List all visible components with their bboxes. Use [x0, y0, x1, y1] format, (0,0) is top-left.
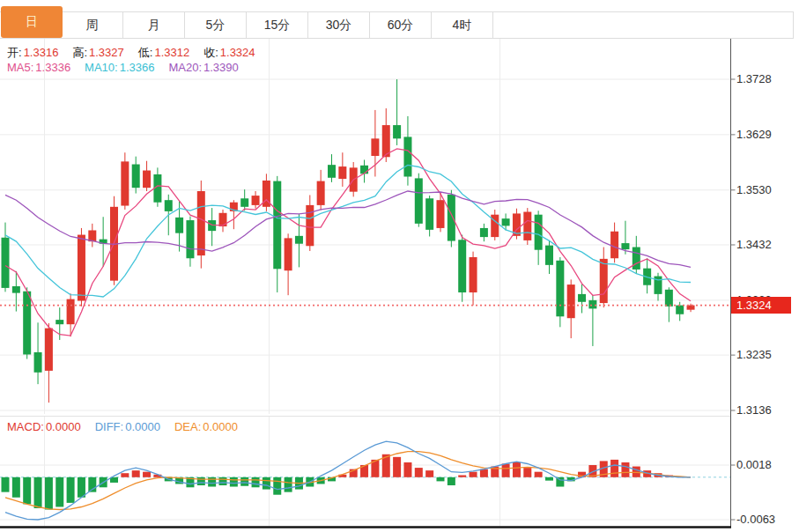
axis-tick-label: 1.3629 [736, 128, 772, 141]
axis-tick-label: 1.3530 [736, 183, 772, 196]
ma-lines [5, 149, 691, 336]
candlestick-layer [2, 79, 695, 403]
legend-item: MA5:1.3336 [7, 61, 74, 74]
axis-tick-label: 0.0018 [736, 458, 772, 471]
axis-tick-label: -0.0063 [736, 513, 775, 526]
legend-item: DEA:0.0000 [174, 420, 241, 433]
axis-tick-label: 1.3136 [736, 403, 772, 417]
chart-canvas[interactable] [0, 0, 799, 532]
legend-item: MACD:0.0000 [7, 420, 85, 433]
ma-legend: MA5:1.3336MA10:1.3366MA20:1.3390 [7, 61, 253, 74]
tab-4hour[interactable]: 4时 [432, 12, 493, 38]
tab-week[interactable]: 周 [62, 12, 123, 38]
price-axis [0, 39, 736, 528]
legend-item: MA10:1.3366 [85, 61, 158, 74]
tab-month[interactable]: 月 [123, 12, 185, 38]
macd-legend: MACD:0.0000DIFF:0.0000DEA:0.0000 [7, 420, 252, 433]
chart-window: 日周月5分15分30分60分4时 开:1.3316高:1.3327低:1.331… [0, 0, 799, 532]
gridlines [0, 39, 730, 526]
legend-item: 收:1.3324 [203, 46, 258, 59]
period-tab-bar: 日周月5分15分30分60分4时 [0, 11, 794, 39]
legend-item: DIFF:0.0000 [95, 420, 164, 433]
axis-tick-label: 1.3432 [736, 238, 772, 251]
tab-day[interactable]: 日 [0, 12, 62, 38]
legend-item: 低:1.3312 [138, 46, 193, 59]
tab-day-active[interactable]: 日 [1, 6, 63, 38]
axis-tick-label: 1.3728 [736, 72, 772, 85]
ma10-line [5, 165, 691, 297]
legend-item: MA20:1.3390 [168, 61, 241, 74]
tab-15min[interactable]: 15分 [247, 12, 308, 38]
tab-30min[interactable]: 30分 [308, 12, 370, 38]
diff-line [5, 441, 691, 520]
legend-item: 高:1.3327 [72, 46, 127, 59]
axis-tick-label: 1.3235 [736, 348, 772, 361]
legend-item: 开:1.3316 [7, 46, 62, 59]
tab-60min[interactable]: 60分 [370, 12, 432, 38]
ohlc-legend: 开:1.3316高:1.3327低:1.3312收:1.3324 [7, 45, 270, 61]
tab-5min[interactable]: 5分 [185, 12, 247, 38]
current-price-tag: 1.3324 [731, 297, 791, 314]
macd-panel [0, 441, 730, 520]
ma5-line [5, 149, 691, 336]
